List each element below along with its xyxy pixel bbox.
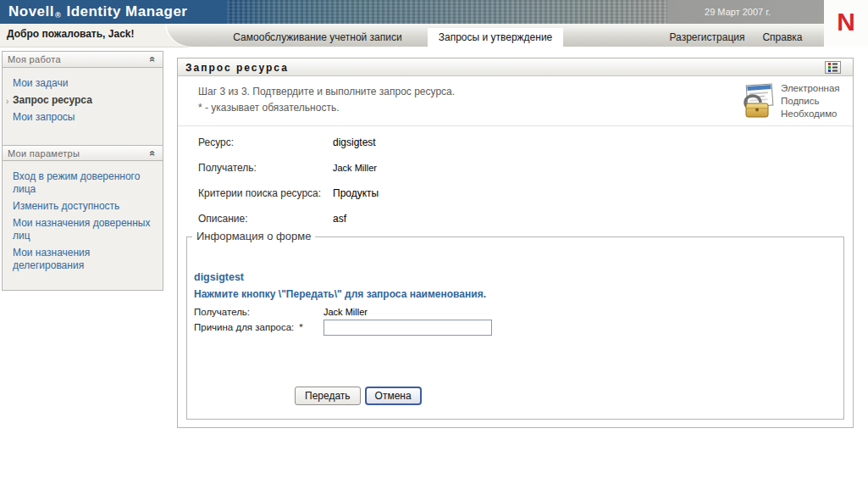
reason-label: Причина для запроса: bbox=[194, 322, 294, 332]
step-line: Шаг 3 из 3. Подтвердите и выполните запр… bbox=[198, 84, 455, 100]
novell-logo: N bbox=[824, 0, 868, 47]
wizard-header: Шаг 3 из 3. Подтвердите и выполните запр… bbox=[178, 76, 853, 126]
collapse-icon[interactable]: « bbox=[146, 148, 159, 159]
request-summary: Ресурс: digsigtest Получатель: Jack Mill… bbox=[178, 126, 853, 236]
esign-line: Подпись bbox=[781, 95, 840, 108]
brand-name: Novell bbox=[8, 3, 54, 19]
form-resource-name: digsigtest bbox=[194, 271, 244, 283]
main-panel: Запрос ресурса Шаг 3 из 3. Подтвердите и… bbox=[177, 58, 854, 428]
summary-value: digsigtest bbox=[333, 136, 376, 148]
active-item-marker-icon: › bbox=[6, 95, 8, 108]
sidebar-list-my-settings: Вход в режим доверенного лица Изменить д… bbox=[3, 161, 163, 290]
sidebar-item-delegate-assignments[interactable]: Мои назначения делегирования bbox=[13, 247, 156, 272]
current-date: 29 Март 2007 г. bbox=[705, 7, 771, 17]
sidebar-item-proxy-assignments[interactable]: Мои назначения доверенных лиц bbox=[13, 217, 156, 242]
summary-label: Ресурс: bbox=[198, 136, 234, 148]
collapse-icon[interactable]: « bbox=[146, 54, 159, 64]
sidebar: Моя работа « Мои задачи ›Запрос ресурса … bbox=[2, 51, 163, 291]
sidebar-section-my-settings: Мои параметры « bbox=[3, 145, 163, 161]
summary-row-recipient: Получатель: Jack Miller bbox=[178, 160, 853, 186]
tab-account-self-service[interactable]: Самообслуживание учетной записи bbox=[212, 24, 423, 47]
novell-n-icon: N bbox=[837, 9, 855, 35]
registered-mark: ® bbox=[54, 11, 62, 19]
sidebar-item-resource-request[interactable]: ›Запрос ресурса bbox=[13, 94, 156, 107]
summary-value: Продукты bbox=[333, 187, 379, 199]
required-marker: * bbox=[294, 322, 302, 332]
esignature-required-text: Электронная Подпись Необходимо bbox=[781, 82, 840, 120]
recipient-value: Jack Miller bbox=[323, 307, 368, 317]
sidebar-list-my-work: Мои задачи ›Запрос ресурса Мои запросы bbox=[3, 68, 163, 145]
panel-title-bar: Запрос ресурса bbox=[178, 58, 853, 76]
summary-row-resource: Ресурс: digsigtest bbox=[178, 135, 853, 160]
tab-strip: Добро пожаловать, Jack! Самообслуживание… bbox=[0, 24, 824, 47]
sidebar-item-my-requests[interactable]: Мои запросы bbox=[13, 111, 156, 124]
form-instruction: Нажмите кнопку \"Передать\" для запроса … bbox=[194, 288, 486, 300]
top-header-bar: Novell® Identity Manager 29 Март 2007 г. bbox=[0, 0, 824, 24]
form-buttons: Передать Отмена bbox=[295, 387, 422, 405]
reason-input[interactable] bbox=[323, 320, 492, 336]
cancel-button[interactable]: Отмена bbox=[365, 387, 422, 405]
header-texture bbox=[227, 0, 667, 24]
required-note: * - указывает обязательность. bbox=[198, 100, 455, 116]
portlet-options-button[interactable] bbox=[825, 61, 841, 74]
sidebar-section-title: Мои параметры bbox=[8, 148, 80, 159]
sidebar-item-label: Запрос ресурса bbox=[13, 94, 92, 106]
welcome-message: Добро пожаловать, Jack! bbox=[7, 28, 134, 40]
summary-row-search-criteria: Критерии поиска ресурса: Продукты bbox=[178, 186, 853, 211]
color-grid-icon bbox=[828, 63, 838, 72]
sidebar-item-proxy-mode[interactable]: Вход в режим доверенного лица bbox=[13, 170, 156, 196]
brand-title: Novell® Identity Manager bbox=[8, 3, 188, 20]
sidebar-item-my-tasks[interactable]: Мои задачи bbox=[13, 77, 156, 90]
form-information-fieldset: Информация о форме digsigtest Нажмите кн… bbox=[186, 236, 844, 420]
esign-line: Электронная bbox=[781, 82, 840, 95]
summary-label: Критерии поиска ресурса: bbox=[198, 187, 321, 199]
esign-line: Необходимо bbox=[781, 108, 840, 120]
page-title: Запрос ресурса bbox=[185, 62, 289, 74]
fieldset-legend: Информация о форме bbox=[192, 230, 315, 242]
submit-button[interactable]: Передать bbox=[295, 387, 361, 405]
recipient-label: Получатель: bbox=[194, 307, 250, 317]
brand-product: Identity Manager bbox=[66, 3, 187, 19]
step-instructions: Шаг 3 из 3. Подтвердите и выполните запр… bbox=[198, 84, 455, 116]
sidebar-section-my-work: Моя работа « bbox=[3, 52, 163, 68]
summary-label: Описание: bbox=[198, 213, 248, 225]
tab-requests-and-approvals[interactable]: Запросы и утверждение bbox=[428, 28, 563, 47]
esignature-icon bbox=[739, 83, 777, 121]
summary-label: Получатель: bbox=[198, 162, 257, 174]
reason-label-wrap: Причина для запроса:* bbox=[194, 322, 303, 332]
summary-value: Jack Miller bbox=[333, 163, 377, 173]
tab-help[interactable]: Справка bbox=[750, 24, 815, 47]
tab-logout[interactable]: Разрегистрация bbox=[661, 24, 753, 47]
summary-value: asf bbox=[333, 213, 346, 225]
sidebar-section-title: Моя работа bbox=[8, 54, 61, 64]
sidebar-item-edit-availability[interactable]: Изменить доступность bbox=[13, 200, 156, 213]
